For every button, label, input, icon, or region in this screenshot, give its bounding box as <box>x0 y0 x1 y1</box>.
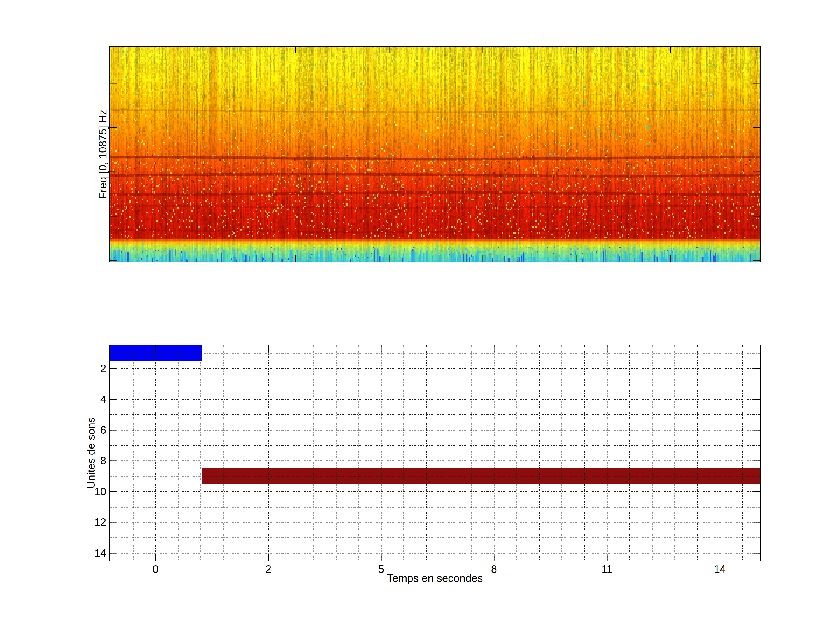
activity-axes <box>109 345 761 561</box>
x-tick-label-2: 2 <box>251 563 286 575</box>
y-tick-label-14: 14 <box>74 547 106 559</box>
x-tick-label-0: 0 <box>138 563 173 575</box>
y-tick-label-10: 10 <box>74 486 106 498</box>
y-tick-label-2: 2 <box>74 363 106 375</box>
activity-grid <box>110 345 760 561</box>
x-tick-label-8: 8 <box>477 563 512 575</box>
y-tick-label-6: 6 <box>74 424 106 436</box>
spectrogram-ylabel: Freq [0, 10875] Hz <box>97 43 110 265</box>
activity-ylabel: Unites de sons <box>85 342 98 564</box>
spectrogram-axes <box>109 46 761 262</box>
y-tick-label-8: 8 <box>74 455 106 467</box>
x-tick-label-11: 11 <box>589 563 624 575</box>
x-tick-label-5: 5 <box>364 563 399 575</box>
x-tick-label-14: 14 <box>702 563 737 575</box>
y-tick-label-12: 12 <box>74 516 106 529</box>
y-tick-label-4: 4 <box>74 393 106 406</box>
figure-canvas: Freq [0, 10875] Hz Unites de sons Temps … <box>0 0 840 630</box>
spectrogram-image <box>110 47 760 262</box>
